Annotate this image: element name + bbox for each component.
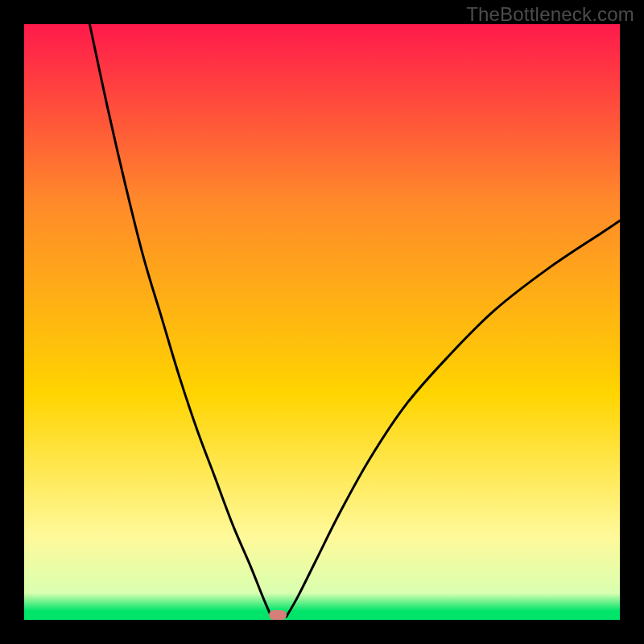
- optimal-point-marker: [269, 610, 287, 620]
- bottleneck-curve: [24, 24, 620, 620]
- curve-right-path: [287, 221, 620, 617]
- watermark-text: TheBottleneck.com: [466, 3, 634, 26]
- curve-left-path: [89, 24, 271, 617]
- chart-frame: TheBottleneck.com: [0, 0, 644, 644]
- plot-area: [24, 24, 620, 620]
